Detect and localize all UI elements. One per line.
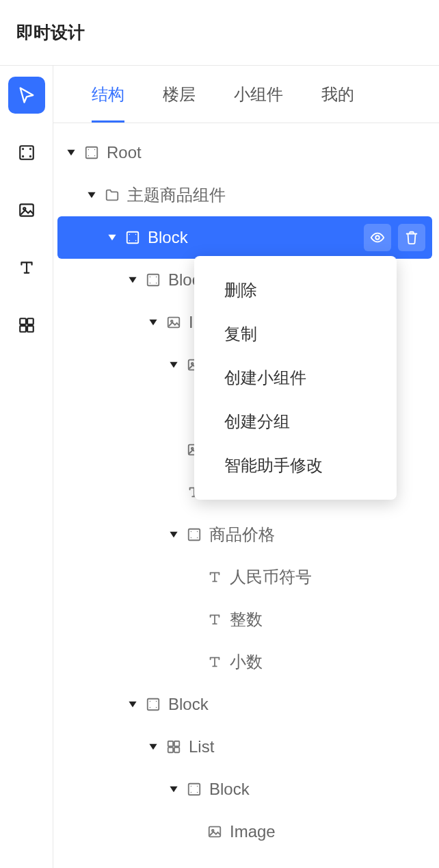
tree-row-label: Block — [148, 228, 188, 247]
tree-row-label: 商品价格 — [209, 524, 275, 546]
tool-pointer[interactable] — [8, 77, 45, 114]
tree-row[interactable]: 主题商品组件 — [57, 174, 432, 216]
caret-icon[interactable] — [164, 784, 183, 794]
caret-icon[interactable] — [82, 190, 101, 200]
eye-icon — [370, 230, 385, 245]
tree-row-label: Block — [168, 695, 209, 714]
block-icon — [183, 782, 205, 797]
tool-image[interactable] — [8, 192, 45, 229]
caret-icon[interactable] — [144, 742, 163, 752]
tool-text[interactable] — [8, 249, 45, 286]
context-menu: 删除 复制 创建小组件 创建分组 智能助手修改 — [194, 256, 397, 500]
svg-rect-9 — [20, 326, 26, 332]
svg-point-4 — [29, 156, 30, 157]
tree-row[interactable]: Root — [57, 131, 432, 174]
tree-row[interactable]: Block — [57, 683, 432, 726]
tab-structure[interactable]: 结构 — [92, 66, 124, 123]
menu-item-copy[interactable]: 复制 — [194, 312, 397, 356]
menu-item-create-widget[interactable]: 创建小组件 — [194, 356, 397, 400]
tool-frame[interactable] — [8, 134, 45, 171]
tree-row[interactable]: 人民币符号 — [57, 556, 432, 598]
tab-mine[interactable]: 我的 — [321, 66, 354, 123]
tree-row[interactable]: 小数 — [57, 641, 432, 683]
svg-point-1 — [23, 149, 23, 149]
text-icon — [204, 612, 226, 627]
caret-icon[interactable] — [144, 318, 163, 327]
frame-icon — [18, 144, 36, 162]
tree-row-label: Image — [230, 822, 276, 841]
app-title: 即时设计 — [16, 21, 85, 44]
row-actions — [364, 224, 425, 251]
block-icon — [142, 697, 164, 712]
text-icon — [18, 259, 36, 277]
svg-rect-10 — [27, 326, 34, 332]
block-icon — [81, 145, 103, 160]
tree-row[interactable]: 整数 — [57, 598, 432, 641]
block-icon — [142, 272, 164, 288]
tab-floor[interactable]: 楼层 — [163, 66, 196, 123]
tree-row-label: List — [189, 737, 214, 756]
block-icon — [183, 527, 205, 542]
caret-icon[interactable] — [164, 530, 183, 539]
tree-row-label: 整数 — [230, 609, 263, 630]
tree-row[interactable]: Image — [57, 810, 432, 853]
menu-item-label: 创建小组件 — [224, 367, 306, 389]
left-toolbar — [0, 66, 53, 868]
tree-row-label: 主题商品组件 — [127, 184, 226, 206]
caret-icon[interactable] — [62, 148, 81, 157]
tree-row-label: Root — [107, 143, 142, 162]
delete-button[interactable] — [398, 224, 425, 251]
tree-row[interactable]: 商品价格 — [57, 513, 432, 556]
tab-label: 我的 — [321, 84, 354, 105]
cursor-icon — [17, 86, 36, 105]
menu-item-ai-modify[interactable]: 智能助手修改 — [194, 444, 397, 487]
caret-icon[interactable] — [123, 275, 142, 285]
image-icon — [18, 201, 36, 219]
app-header: 即时设计 — [0, 0, 439, 66]
tab-label: 结构 — [92, 84, 124, 105]
tree-row-label: Block — [209, 780, 250, 799]
svg-rect-7 — [20, 318, 26, 324]
menu-item-label: 删除 — [224, 279, 257, 301]
trash-icon — [404, 230, 419, 245]
svg-rect-0 — [20, 146, 34, 159]
svg-point-3 — [23, 156, 23, 157]
image-icon — [204, 824, 226, 839]
svg-point-2 — [29, 149, 30, 149]
caret-icon[interactable] — [123, 700, 142, 709]
tab-label: 楼层 — [163, 84, 196, 105]
menu-item-label: 复制 — [224, 323, 257, 345]
grid-icon — [18, 316, 36, 334]
menu-item-delete[interactable]: 删除 — [194, 268, 397, 312]
tab-widgets[interactable]: 小组件 — [234, 66, 283, 123]
tabs: 结构 楼层 小组件 我的 — [53, 66, 439, 123]
caret-icon[interactable] — [164, 360, 183, 370]
svg-rect-8 — [27, 318, 34, 324]
tree-row-label: 人民币符号 — [230, 566, 312, 588]
tab-label: 小组件 — [234, 84, 283, 105]
folder-icon — [101, 188, 123, 203]
tree-row[interactable]: List — [57, 726, 432, 768]
list-icon — [163, 739, 185, 754]
caret-icon[interactable] — [103, 233, 122, 242]
menu-item-label: 创建分组 — [224, 411, 290, 433]
tree-row[interactable]: Block — [57, 768, 432, 810]
menu-item-label: 智能助手修改 — [224, 455, 323, 476]
tool-components[interactable] — [8, 307, 45, 344]
text-icon — [204, 570, 226, 585]
block-icon — [122, 230, 144, 245]
tree-row[interactable]: Block — [57, 216, 432, 259]
visibility-button[interactable] — [364, 224, 391, 251]
tree-row-label: 小数 — [230, 651, 263, 673]
text-icon — [204, 654, 226, 669]
image-icon — [163, 315, 185, 330]
menu-item-create-group[interactable]: 创建分组 — [194, 400, 397, 444]
